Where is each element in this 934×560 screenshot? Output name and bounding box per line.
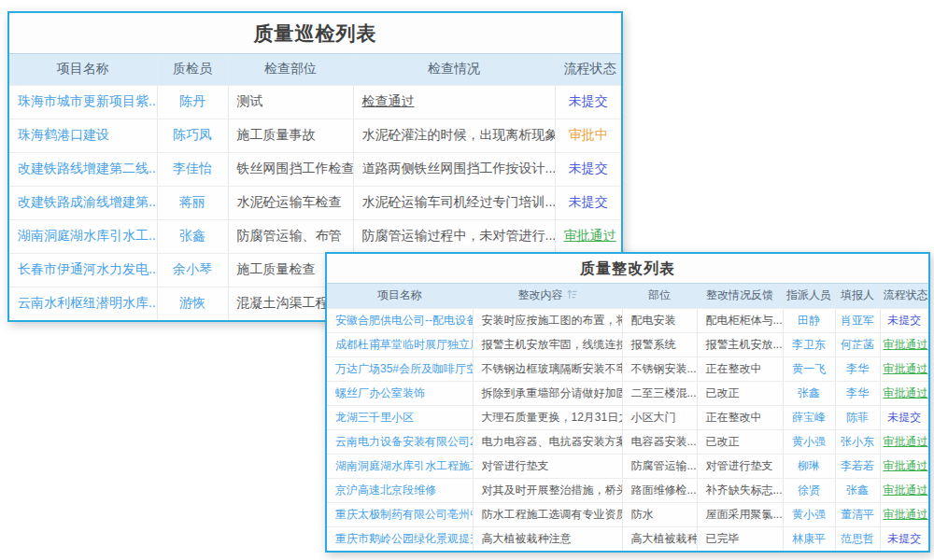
project-cell[interactable]: 湖南洞庭湖水库引水工... [9,219,157,253]
feedback-cell: 正在整改中 [697,405,783,429]
part-cell: 电容器安装... [622,429,697,454]
assignee-cell[interactable]: 张鑫 [783,381,835,405]
project-cell[interactable]: 万达广场35#会所及咖啡厅空... [327,357,473,381]
situation-cell: 水泥砼灌注的时候，出现离析现象 [353,119,555,152]
table-row: 京沪高速北京段维修对其及时开展整治措施，桥头...路面维修检...补齐缺失标志.… [327,478,928,502]
part-cell: 二至三楼混... [622,381,697,405]
assignee-cell[interactable]: 黄一飞 [783,357,835,381]
project-cell[interactable]: 重庆太极制药有限公司亳州中... [327,502,473,526]
assignee-cell[interactable]: 林康平 [783,526,835,551]
column-header-situation: 检查情况 [353,54,555,85]
assignee-cell[interactable]: 徐贤 [783,478,835,502]
assignee-cell[interactable]: 柳琳 [783,454,835,478]
content-cell: 不锈钢边框玻璃隔断安装不牢... [473,357,622,381]
table-row: 成都杜甫草堂临时展厅独立展...报警主机安放牢固，线缆连接...报警系统报警主机… [327,332,928,357]
part-cell: 小区大门 [622,405,697,429]
status-cell: 未提交 [555,152,621,186]
feedback-cell: 已改正 [697,381,783,405]
column-header-label: 项目名称 [57,61,109,76]
inspector-cell[interactable]: 陈巧凤 [157,119,228,152]
content-cell: 拆除到承重墙部分请做好加固... [473,381,622,405]
status-cell[interactable]: 审批通过 [880,478,928,502]
status-cell[interactable]: 审批通过 [880,332,928,357]
assignee-cell[interactable]: 李卫东 [783,332,835,357]
column-header-label: 整改内容 [518,288,563,301]
column-header-label: 填报人 [841,288,874,301]
status-cell[interactable]: 审批通过 [880,381,928,405]
reporter-cell[interactable]: 张鑫 [835,478,880,502]
reporter-cell[interactable]: 陈菲 [835,405,880,429]
reporter-cell[interactable]: 李华 [835,381,880,405]
content-cell: 电力电容器、电抗器安装方案... [473,429,622,454]
project-cell[interactable]: 安徽合肥供电公司--配电设备... [327,308,473,332]
project-cell[interactable]: 湖南洞庭湖水库引水工程施工I标 [327,454,473,478]
project-cell[interactable]: 螺丝厂办公室装饰 [327,381,473,405]
content-cell: 报警主机安放牢固，线缆连接... [473,332,622,357]
feedback-cell: 已完毕 [697,526,783,551]
project-cell[interactable]: 重庆市鹅岭公园绿化景观提升... [327,526,473,551]
inspector-cell[interactable]: 陈丹 [157,85,228,119]
inspection-header-row: 项目名称质检员检查部位检查情况流程状态 [9,54,621,85]
project-cell[interactable]: 珠海鹤港口建设 [9,119,157,152]
part-cell: 高大植被栽种 [622,526,697,551]
project-cell[interactable]: 云南电力设备安装有限公司20... [327,429,473,454]
status-cell[interactable]: 审批通过 [880,357,928,381]
status-cell: 未提交 [555,85,621,119]
column-header-status: 流程状态 [880,284,928,308]
reporter-cell[interactable]: 肖亚军 [835,308,880,332]
status-cell: 未提交 [880,308,928,332]
reporter-cell[interactable]: 李若若 [835,454,880,478]
part-cell: 不锈钢安装... [622,357,697,381]
assignee-cell[interactable]: 黄小强 [783,429,835,454]
reporter-cell[interactable]: 何芷菡 [835,332,880,357]
rectification-header-row: 项目名称整改内容部位整改情况反馈指派人员填报人流程状态 [327,284,928,308]
status-cell[interactable]: 审批通过 [555,219,621,253]
table-row: 湖南洞庭湖水库引水工...张鑫防腐管运输、布管防腐管运输过程中，未对管进行...… [9,219,621,253]
inspector-cell[interactable]: 李佳怡 [157,152,228,186]
project-cell[interactable]: 京沪高速北京段维修 [327,478,473,502]
part-cell: 路面维修检... [622,478,697,502]
table-row: 云南电力设备安装有限公司20...电力电容器、电抗器安装方案...电容器安装..… [327,429,928,454]
assignee-cell[interactable]: 田静 [783,308,835,332]
situation-cell: 检查通过 [353,85,555,119]
assignee-cell[interactable]: 黄小强 [783,502,835,526]
project-cell[interactable]: 珠海市城市更新项目紫... [9,85,157,119]
reporter-cell[interactable]: 范思哲 [835,526,880,551]
inspector-cell[interactable]: 蒋丽 [157,186,228,219]
inspector-cell[interactable]: 余小琴 [157,253,228,287]
assignee-cell[interactable]: 薛宝峰 [783,405,835,429]
column-header-content[interactable]: 整改内容 [473,284,622,308]
part-cell: 报警系统 [622,332,697,357]
column-header-label: 指派人员 [786,288,831,301]
sort-icon[interactable] [567,289,577,300]
reporter-cell[interactable]: 董清平 [835,502,880,526]
inspector-cell[interactable]: 游恢 [157,287,228,320]
project-cell[interactable]: 云南水利枢纽潜明水库... [9,287,157,320]
column-header-label: 流程状态 [884,288,928,301]
inspector-cell[interactable]: 张鑫 [157,219,228,253]
status-cell: 未提交 [880,526,928,551]
column-header-label: 部位 [648,288,671,301]
column-header-label: 检查情况 [428,61,480,76]
status-cell[interactable]: 审批通过 [880,429,928,454]
reporter-cell[interactable]: 李华 [835,357,880,381]
feedback-cell: 屋面采用聚氯... [697,502,783,526]
project-cell[interactable]: 龙湖三千里小区 [327,405,473,429]
content-cell: 对其及时开展整治措施，桥头... [473,478,622,502]
project-cell[interactable]: 改建铁路成渝线增建第... [9,186,157,219]
status-cell: 审批中 [555,119,621,152]
project-cell[interactable]: 改建铁路线增建第二线... [9,152,157,186]
column-header-project: 项目名称 [327,284,473,308]
table-row: 万达广场35#会所及咖啡厅空...不锈钢边框玻璃隔断安装不牢...不锈钢安装..… [327,357,928,381]
rectification-list-panel: 质量整改列表 项目名称整改内容部位整改情况反馈指派人员填报人流程状态 安徽合肥供… [325,252,930,553]
status-cell[interactable]: 审批通过 [880,454,928,478]
rectification-table: 项目名称整改内容部位整改情况反馈指派人员填报人流程状态 安徽合肥供电公司--配电… [327,284,928,551]
table-row: 湖南洞庭湖水库引水工程施工I标对管进行垫支防腐管运输...对管进行垫支柳琳李若若… [327,454,928,478]
status-cell[interactable]: 审批通过 [880,502,928,526]
table-row: 螺丝厂办公室装饰拆除到承重墙部分请做好加固...二至三楼混...已改正张鑫李华审… [327,381,928,405]
feedback-cell: 正在整改中 [697,357,783,381]
reporter-cell[interactable]: 张小东 [835,429,880,454]
project-cell[interactable]: 长春市伊通河水力发电... [9,253,157,287]
column-header-reporter: 填报人 [835,284,880,308]
project-cell[interactable]: 成都杜甫草堂临时展厅独立展... [327,332,473,357]
